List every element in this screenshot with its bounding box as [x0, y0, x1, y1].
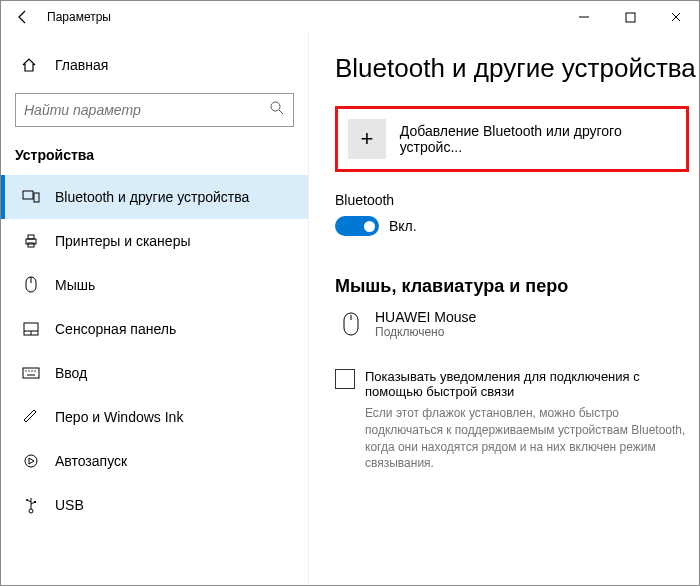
nav-label: Принтеры и сканеры [55, 233, 190, 249]
page-heading: Bluetooth и другие устройства [335, 53, 689, 84]
bluetooth-toggle-row: Вкл. [335, 216, 689, 236]
minimize-button[interactable] [561, 1, 607, 33]
svg-rect-24 [34, 501, 36, 503]
nav-usb[interactable]: USB [1, 483, 308, 527]
nav-label: Автозапуск [55, 453, 127, 469]
titlebar: Параметры [1, 1, 699, 33]
device-item[interactable]: HUAWEI Mouse Подключено [335, 309, 689, 339]
sidebar-section: Устройства [1, 139, 308, 175]
svg-rect-7 [28, 235, 34, 239]
mouse-device-icon [337, 311, 365, 337]
svg-point-2 [271, 102, 280, 111]
keyboard-icon [21, 367, 41, 379]
swift-pair-row: Показывать уведомления для подключения с… [335, 369, 689, 399]
swift-pair-label: Показывать уведомления для подключения с… [365, 369, 689, 399]
settings-window: Параметры Главная Устройства [0, 0, 700, 586]
bluetooth-state: Вкл. [389, 218, 417, 234]
svg-point-15 [25, 370, 26, 371]
add-device-label: Добавление Bluetooth или другого устройс… [400, 123, 672, 155]
nav-label: Сенсорная панель [55, 321, 176, 337]
nav-touchpad[interactable]: Сенсорная панель [1, 307, 308, 351]
content-pane: Bluetooth и другие устройства + Добавлен… [309, 33, 699, 585]
sidebar: Главная Устройства Bluetooth и другие ус… [1, 33, 309, 585]
svg-rect-1 [626, 13, 635, 22]
svg-point-18 [34, 370, 35, 371]
svg-rect-4 [23, 191, 33, 199]
nav-pen[interactable]: Перо и Windows Ink [1, 395, 308, 439]
swift-pair-checkbox[interactable] [335, 369, 355, 389]
nav-label: Ввод [55, 365, 87, 381]
autoplay-icon [21, 453, 41, 469]
pen-icon [21, 409, 41, 425]
add-device-button[interactable]: + Добавление Bluetooth или другого устро… [335, 106, 689, 172]
home-label: Главная [55, 57, 108, 73]
maximize-button[interactable] [607, 1, 653, 33]
device-name: HUAWEI Mouse [375, 309, 476, 325]
nav-autoplay[interactable]: Автозапуск [1, 439, 308, 483]
bluetooth-label: Bluetooth [335, 192, 689, 208]
swift-pair-hint: Если этот флажок установлен, можно быстр… [335, 405, 689, 472]
svg-point-23 [26, 499, 28, 501]
svg-rect-14 [23, 368, 39, 378]
nav-bluetooth[interactable]: Bluetooth и другие устройства [1, 175, 308, 219]
search-icon [269, 100, 285, 120]
nav-mouse[interactable]: Мышь [1, 263, 308, 307]
touchpad-icon [21, 322, 41, 336]
svg-point-16 [28, 370, 29, 371]
svg-point-20 [25, 455, 37, 467]
devices-icon [21, 190, 41, 204]
device-status: Подключено [375, 325, 476, 339]
home-link[interactable]: Главная [1, 45, 308, 85]
close-button[interactable] [653, 1, 699, 33]
section-mouse-heading: Мышь, клавиатура и перо [335, 276, 689, 297]
svg-point-17 [31, 370, 32, 371]
search-box[interactable] [15, 93, 294, 127]
nav-printers[interactable]: Принтеры и сканеры [1, 219, 308, 263]
nav-label: Bluetooth и другие устройства [55, 189, 249, 205]
printer-icon [21, 233, 41, 249]
home-icon [21, 57, 41, 73]
back-button[interactable] [9, 3, 37, 31]
svg-point-21 [29, 509, 33, 513]
nav-list: Bluetooth и другие устройства Принтеры и… [1, 175, 308, 527]
nav-label: Мышь [55, 277, 95, 293]
nav-label: Перо и Windows Ink [55, 409, 183, 425]
search-input[interactable] [24, 102, 269, 118]
bluetooth-toggle[interactable] [335, 216, 379, 236]
svg-rect-5 [34, 193, 39, 202]
nav-label: USB [55, 497, 84, 513]
svg-line-3 [279, 110, 283, 114]
mouse-icon [21, 276, 41, 294]
usb-icon [21, 496, 41, 514]
plus-icon: + [348, 119, 386, 159]
window-title: Параметры [47, 10, 111, 24]
nav-typing[interactable]: Ввод [1, 351, 308, 395]
